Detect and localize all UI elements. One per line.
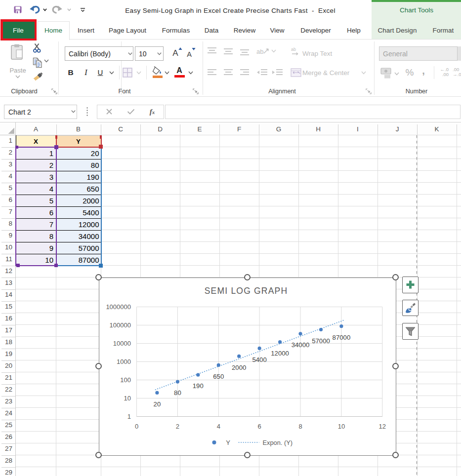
svg-text:1: 1 bbox=[127, 412, 130, 420]
svg-text:57000: 57000 bbox=[312, 337, 330, 344]
svg-text:87000: 87000 bbox=[332, 333, 350, 341]
svg-text:650: 650 bbox=[213, 372, 224, 380]
svg-text:1000000: 1000000 bbox=[106, 303, 131, 310]
svg-text:6: 6 bbox=[257, 422, 261, 430]
svg-text:190: 190 bbox=[192, 382, 203, 390]
svg-text:4: 4 bbox=[216, 422, 220, 430]
svg-text:12: 12 bbox=[378, 422, 385, 430]
svg-text:34000: 34000 bbox=[291, 341, 309, 349]
svg-text:20: 20 bbox=[153, 400, 161, 407]
svg-text:80: 80 bbox=[174, 389, 181, 397]
svg-text:SEMI LOG GRAPH: SEMI LOG GRAPH bbox=[204, 285, 288, 295]
svg-text:5400: 5400 bbox=[252, 356, 266, 363]
svg-text:10000: 10000 bbox=[113, 339, 130, 347]
svg-text:0: 0 bbox=[134, 422, 138, 430]
svg-text:Y: Y bbox=[226, 438, 230, 446]
svg-text:2: 2 bbox=[175, 422, 179, 430]
svg-text:1000: 1000 bbox=[117, 357, 131, 365]
svg-text:8: 8 bbox=[298, 422, 302, 430]
svg-text:100000: 100000 bbox=[109, 321, 130, 328]
svg-text:10: 10 bbox=[124, 394, 130, 401]
svg-text:100: 100 bbox=[120, 376, 131, 383]
svg-text:ab: ab bbox=[256, 48, 263, 55]
svg-text:ab: ab bbox=[291, 47, 296, 52]
svg-text:10: 10 bbox=[337, 422, 344, 430]
svg-text:2000: 2000 bbox=[232, 363, 246, 371]
svg-text:12000: 12000 bbox=[271, 349, 289, 357]
svg-text:Expon. (Y): Expon. (Y) bbox=[262, 438, 292, 446]
